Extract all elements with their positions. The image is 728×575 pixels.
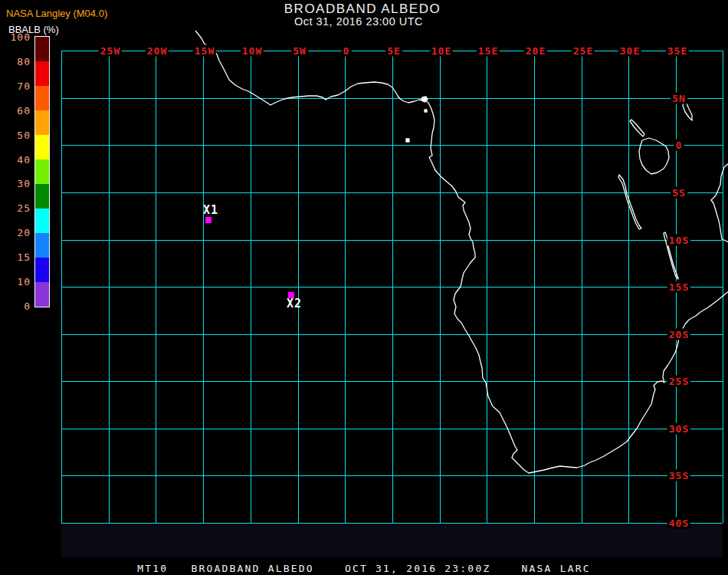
latitude-label: 0 — [674, 140, 684, 151]
latitude-label: 30S — [667, 423, 690, 435]
site-marker-square — [205, 217, 212, 223]
lake-outline — [639, 138, 669, 174]
longitude-label: 15W — [193, 45, 216, 57]
island-outline — [406, 139, 409, 142]
longitude-label: 10E — [430, 45, 453, 57]
longitude-label: 35E — [666, 45, 689, 57]
longitude-label: 20E — [524, 45, 547, 57]
lake-outline — [618, 175, 641, 229]
latitude-label: 20S — [667, 329, 690, 340]
longitude-label: 10W — [241, 45, 264, 57]
latitude-label: 35S — [667, 470, 690, 481]
longitude-label: 15E — [477, 45, 500, 57]
latitude-label: 40S — [667, 518, 690, 529]
longitude-label: 0 — [342, 45, 352, 57]
footer-caption: MT10 BROADBAND ALBEDO OCT 31, 2016 23:00… — [0, 563, 728, 574]
longitude-label: 5W — [291, 45, 308, 57]
longitude-label: 5E — [385, 45, 402, 57]
site-marker-label: X1 — [203, 205, 218, 216]
latitude-label: 25S — [667, 376, 690, 387]
site-marker-label: X2 — [287, 298, 302, 310]
map-canvas — [0, 0, 728, 575]
longitude-label: 30E — [618, 45, 641, 57]
longitude-label: 25W — [99, 45, 122, 57]
latitude-label: 5N — [671, 93, 687, 104]
island-outline — [425, 110, 427, 112]
coastline — [195, 31, 728, 473]
lake-outline — [630, 120, 644, 136]
coastline — [711, 163, 728, 242]
longitude-label: 25E — [572, 45, 595, 57]
longitude-label: 20W — [146, 45, 169, 57]
latitude-label: 10S — [667, 235, 690, 246]
latitude-label: 15S — [667, 281, 690, 293]
latitude-label: 5S — [671, 187, 687, 199]
albedo-map-viewer: BROADBAND ALBEDO Oct 31, 2016 23:00 UTC … — [0, 0, 728, 575]
